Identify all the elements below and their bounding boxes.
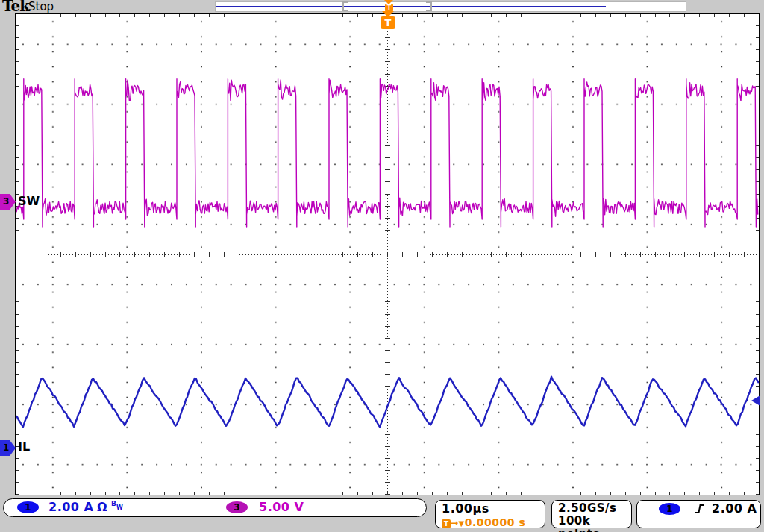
record-length-readout: 100k points xyxy=(558,514,631,532)
ch3-badge[interactable]: 3 xyxy=(226,501,248,513)
channel-readout-bar[interactable]: 1 2.00 A Ω B W 3 5.00 V xyxy=(3,498,427,517)
ch3-ground-marker[interactable]: 3 xyxy=(0,194,16,210)
tek-logo: Tek xyxy=(2,0,29,15)
ch1-bandwidth-b: B xyxy=(111,500,116,507)
acquisition-readout-box[interactable]: 2.50GS/s 100k points xyxy=(551,500,632,528)
sample-rate-readout: 2.50GS/s xyxy=(558,501,617,515)
ch1-bandwidth-w: W xyxy=(116,504,123,511)
graticule xyxy=(15,13,760,495)
ch1-badge[interactable]: 1 xyxy=(17,501,39,513)
trigger-time-readout: 0.00000 s xyxy=(465,516,525,528)
trigger-readout-box[interactable]: 1 2.00 A xyxy=(636,500,761,528)
trigger-t-icon: T xyxy=(442,519,451,528)
record-view-waveform-line xyxy=(216,6,606,7)
arrow-right-icon: → xyxy=(451,518,459,528)
trigger-position-flag[interactable]: T xyxy=(381,16,395,29)
timebase-scale: 1.00µs xyxy=(442,501,489,516)
acquisition-status: Stop xyxy=(28,0,54,13)
ch1-coupling-icon: Ω xyxy=(97,500,107,514)
delay-marker-icon: ▼ xyxy=(459,519,465,528)
timebase-readout-box[interactable]: 1.00µs T→▼0.00000 s xyxy=(435,500,545,528)
trigger-level-arrow-icon[interactable] xyxy=(751,395,760,406)
trigger-level-readout: 2.00 A xyxy=(712,501,757,516)
ch1-ground-marker[interactable]: 1 xyxy=(0,440,16,456)
oscilloscope-screen: Tek Stop T T 3 SW 1 IL 1 2.00 A Ω B W 3 … xyxy=(0,0,764,532)
rising-edge-icon xyxy=(694,503,706,515)
trigger-source-badge[interactable]: 1 xyxy=(659,503,680,515)
record-window-bracket-left xyxy=(342,1,348,11)
record-window-bracket-right xyxy=(426,1,432,11)
ch3-scale-readout: 5.00 V xyxy=(259,500,304,514)
ch3-waveform-label: SW xyxy=(18,194,40,208)
ch1-waveform-label: IL xyxy=(18,439,30,454)
ch1-scale-readout: 2.00 A xyxy=(48,500,93,514)
waveform-plot xyxy=(16,14,759,495)
